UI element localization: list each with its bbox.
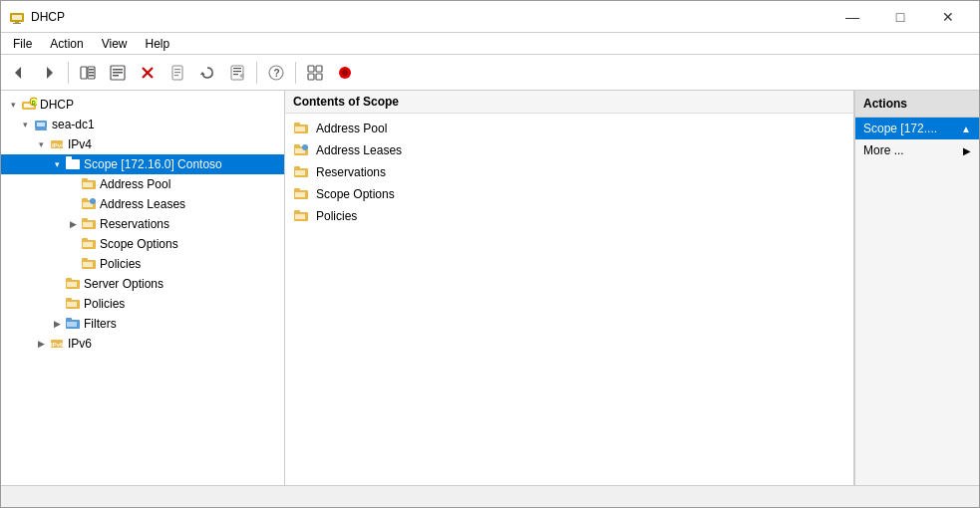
separator-1 xyxy=(68,62,69,84)
ipv6-label: IPv6 xyxy=(68,337,92,351)
svg-rect-6 xyxy=(81,67,87,79)
tree-item-scope-policies[interactable]: ▾ Policies xyxy=(1,254,284,274)
close-button[interactable]: ✕ xyxy=(925,3,971,31)
record-button[interactable] xyxy=(331,59,359,87)
expand-sea-dc1: ▾ xyxy=(17,117,33,132)
content-item-address-leases[interactable]: Address Leases xyxy=(285,139,853,161)
delete-button[interactable] xyxy=(134,59,162,87)
expand-ipv6[interactable]: ▶ xyxy=(33,336,49,352)
tree-item-sea-dc1[interactable]: ▾ sea-dc1 xyxy=(1,115,284,134)
content-item-address-pool[interactable]: Address Pool xyxy=(285,118,853,139)
separator-3 xyxy=(295,62,296,84)
svg-rect-9 xyxy=(89,72,94,74)
scope-policies-label: Policies xyxy=(100,257,141,271)
actions-more-item[interactable]: More ... ▶ xyxy=(855,139,979,161)
tree-item-ipv4[interactable]: ▾ IPv4 IPv4 xyxy=(1,134,284,154)
svg-rect-25 xyxy=(233,74,238,75)
address-pool-label: Address Pool xyxy=(100,177,170,191)
svg-rect-48 xyxy=(82,178,88,182)
tree-item-ipv6[interactable]: ▶ IPv6 IPv6 xyxy=(1,334,284,354)
content-addr-pool-label: Address Pool xyxy=(316,122,387,135)
content-addr-leases-icon xyxy=(293,142,309,158)
expand-reservations[interactable]: ▶ xyxy=(65,216,81,232)
help-button[interactable]: ? xyxy=(262,59,290,87)
svg-rect-78 xyxy=(294,144,300,148)
svg-rect-12 xyxy=(113,69,123,71)
svg-rect-82 xyxy=(294,166,300,170)
expand-scope: ▾ xyxy=(49,156,65,172)
expand-filters[interactable]: ▶ xyxy=(49,316,65,332)
content-item-scope-options[interactable]: Scope Options xyxy=(285,183,853,205)
tree-item-dhcp[interactable]: ▾ D DHCP xyxy=(1,95,284,115)
tree-item-server-options[interactable]: ▾ Server Options xyxy=(1,274,284,294)
forward-button[interactable] xyxy=(35,59,63,87)
tree-item-address-leases[interactable]: ▾ Address Leases xyxy=(1,194,284,214)
svg-rect-88 xyxy=(294,210,300,214)
menu-view[interactable]: View xyxy=(94,35,136,53)
content-item-policies[interactable]: Policies xyxy=(285,205,853,227)
svg-point-80 xyxy=(302,144,308,150)
server-options-icon xyxy=(65,276,81,292)
svg-rect-49 xyxy=(83,182,93,187)
address-leases-label: Address Leases xyxy=(100,197,185,211)
svg-rect-10 xyxy=(89,75,94,77)
show-console-button[interactable] xyxy=(74,59,102,87)
maximize-button[interactable]: □ xyxy=(877,3,923,31)
ipv4-label: IPv4 xyxy=(68,137,92,151)
export-button[interactable] xyxy=(223,59,251,87)
svg-rect-56 xyxy=(83,222,93,227)
content-scope-options-icon xyxy=(293,186,309,202)
svg-rect-86 xyxy=(295,192,305,197)
content-policies-icon xyxy=(293,208,309,224)
tree-item-filters[interactable]: ▶ Filters xyxy=(1,314,284,334)
minimize-button[interactable]: — xyxy=(829,3,875,31)
menu-help[interactable]: Help xyxy=(138,35,178,53)
expand-dhcp: ▾ xyxy=(5,97,21,113)
dhcp-icon xyxy=(9,9,25,25)
tree-item-address-pool[interactable]: ▾ Address Pool xyxy=(1,174,284,194)
back-button[interactable] xyxy=(5,59,33,87)
tree-panel[interactable]: ▾ D DHCP ▾ xyxy=(1,91,285,485)
svg-rect-40 xyxy=(37,123,45,127)
ipv4-icon: IPv4 xyxy=(49,136,65,152)
properties-button[interactable] xyxy=(163,59,191,87)
svg-rect-70 xyxy=(66,318,72,322)
svg-rect-55 xyxy=(82,218,88,222)
contents-header: Contents of Scope xyxy=(285,91,853,114)
scope-icon xyxy=(65,156,81,172)
svg-rect-83 xyxy=(295,170,305,175)
filters-icon xyxy=(65,316,81,332)
title-bar-left: DHCP xyxy=(9,9,65,25)
tree-item-reservations[interactable]: ▶ Reservations xyxy=(1,214,284,234)
svg-text:?: ? xyxy=(274,68,280,79)
scope-prop-button[interactable] xyxy=(104,59,132,87)
menu-action[interactable]: Action xyxy=(42,35,91,53)
svg-rect-30 xyxy=(316,66,322,72)
contents-list: Address Pool Address Leases xyxy=(285,114,853,231)
view-options-button[interactable] xyxy=(301,59,329,87)
menu-bar: File Action View Help xyxy=(1,33,979,55)
actions-scope-arrow: ▲ xyxy=(961,124,971,134)
svg-rect-68 xyxy=(67,302,77,307)
tree-item-policies[interactable]: ▾ Policies xyxy=(1,294,284,314)
actions-scope-label: Scope [172.... xyxy=(863,122,937,135)
policies-label: Policies xyxy=(84,297,125,311)
separator-2 xyxy=(256,62,257,84)
tree-item-scope-options[interactable]: ▾ Scope Options xyxy=(1,234,284,254)
svg-rect-23 xyxy=(233,68,241,69)
dhcp-tree-icon: D xyxy=(21,97,37,113)
policies-icon xyxy=(65,296,81,312)
svg-rect-85 xyxy=(294,188,300,192)
scope-options-label: Scope Options xyxy=(100,237,178,251)
svg-rect-31 xyxy=(308,74,314,80)
svg-rect-32 xyxy=(316,74,322,80)
content-item-reservations[interactable]: Reservations xyxy=(285,161,853,183)
status-bar xyxy=(1,485,979,507)
menu-file[interactable]: File xyxy=(5,35,40,53)
actions-scope-item[interactable]: Scope [172.... ▲ xyxy=(855,118,979,139)
svg-text:IPv4: IPv4 xyxy=(52,142,65,148)
refresh-button[interactable] xyxy=(193,59,221,87)
svg-marker-4 xyxy=(15,67,21,79)
svg-text:IPv6: IPv6 xyxy=(51,342,64,348)
tree-item-scope[interactable]: ▾ Scope [172.16.0] Contoso xyxy=(1,154,284,174)
